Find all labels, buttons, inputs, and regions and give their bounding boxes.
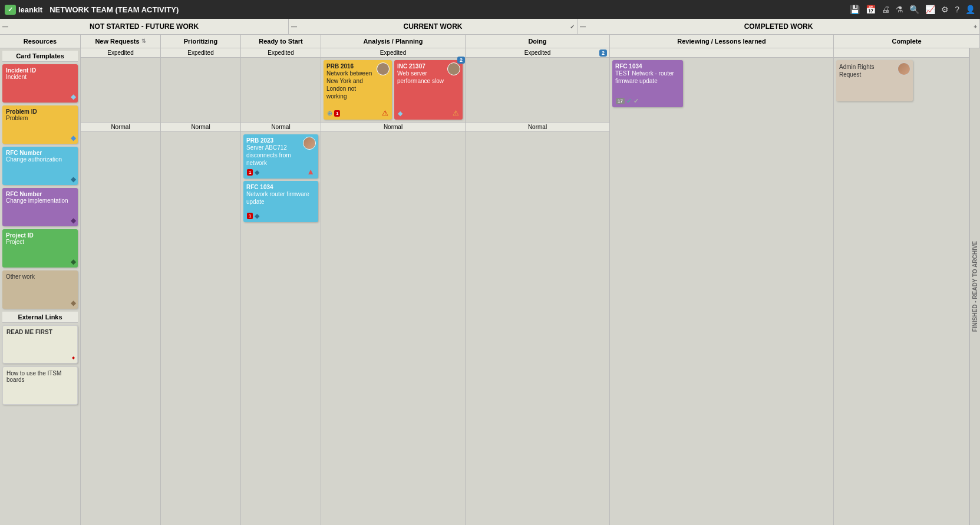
section-completed: — COMPLETED WORK + [578, 19, 980, 34]
help-icon[interactable]: ? [955, 5, 959, 14]
doing-expedited-area [466, 58, 609, 123]
ready-expedited-area [241, 58, 321, 123]
sort-icon-new[interactable]: ⇅ [141, 38, 146, 44]
new-requests-normal-area [81, 132, 160, 525]
ready-to-start-column: Expedited Normal PRB 2023 Server ABC712 … [241, 48, 321, 525]
page-title: NETWORK TEAM (TEAM ACTIVITY) [50, 5, 179, 14]
card-prb-2023[interactable]: PRB 2023 Server ABC712 disconnects from … [243, 134, 318, 179]
admin-avatar [897, 62, 910, 75]
collapse-completed[interactable]: — [580, 24, 586, 30]
read-me-title: READ ME FIRST [6, 329, 74, 335]
reviewing-column: RFC 1034 TEST Network - router firmware … [610, 48, 834, 525]
doing-expedited-header: Expedited 2 [466, 48, 609, 58]
prb2016-bottom-left: ⊕ 1 [327, 110, 340, 117]
read-me-card[interactable]: READ ME FIRST ⬥ [2, 325, 78, 364]
how-to-card[interactable]: How to use the ITSM boards [2, 366, 78, 405]
nav-icons: 💾 📅 🖨 ⚗ 🔍 📈 ⚙ ? 👤 [850, 5, 975, 14]
resource-card-problem[interactable]: Problem ID Problem ◆ [2, 105, 78, 144]
analysis-expedited-area: PRB 2016 Network between New York and Lo… [321, 58, 465, 123]
col-header-prioritizing: Prioritizing [161, 35, 241, 48]
new-requests-normal-label: Normal [81, 123, 160, 132]
print-icon[interactable]: 🖨 [882, 5, 890, 14]
new-requests-expedited-label: Expedited [81, 48, 160, 58]
new-requests-column: Expedited Normal [81, 48, 161, 525]
prb2023-badge: 1 [247, 169, 253, 176]
resource-card-rfc-impl[interactable]: RFC Number Change implementation ◆ [2, 188, 78, 226]
board-container: — NOT STARTED - FUTURE WORK — CURRENT WO… [0, 19, 980, 525]
project-diamond: ◆ [71, 257, 76, 266]
col-header-new-requests: New Requests ⇅ [81, 35, 161, 48]
prb2023-icons: 1 ◆ [247, 169, 259, 176]
card-rfc-1034-reviewing[interactable]: RFC 1034 TEST Network - router firmware … [612, 60, 683, 107]
rfc-auth-title: Change authorization [6, 156, 74, 163]
inc-diamond-icon: ◆ [398, 110, 402, 117]
resource-card-incident[interactable]: Incident ID Incident ◆ [2, 64, 78, 103]
project-title: Project [6, 239, 74, 245]
col-header-reviewing: Reviewing / Lessons learned [610, 35, 834, 48]
analysis-column: Expedited PRB 2016 Network between New Y… [321, 48, 466, 525]
collapse-not-started[interactable]: — [2, 24, 8, 30]
card-inc-21307[interactable]: INC 21307 Web server performance slow ◆ … [394, 60, 463, 120]
incident-diamond: ◆ [71, 93, 76, 101]
user-icon[interactable]: 👤 [965, 5, 975, 14]
rfc1034-rev-id: RFC 1034 [615, 63, 680, 70]
inc21307-diamond: ◆ [398, 110, 402, 117]
external-links-header: External Links [2, 312, 78, 323]
ready-expedited-label: Expedited [241, 48, 321, 58]
col-header-analysis: Analysis / Planning [321, 35, 466, 48]
prb2023-avatar [303, 137, 316, 150]
doing-normal-label: Normal [466, 123, 609, 132]
save-icon[interactable]: 💾 [850, 5, 860, 14]
card-prb-2016[interactable]: PRB 2016 Network between New York and Lo… [324, 60, 392, 120]
admin-avatar-img [898, 63, 910, 75]
inc-badge-blue: 2 [457, 57, 465, 64]
col-header-complete: Complete [834, 35, 980, 48]
incident-id-label: Incident ID [6, 67, 74, 74]
section-current: — CURRENT WORK ✓ [289, 19, 578, 34]
prb2016-badge: 1 [334, 110, 340, 117]
section-not-started: — NOT STARTED - FUTURE WORK [0, 19, 289, 34]
logo-icon: ✓ [5, 5, 16, 15]
expand-completed[interactable]: + [974, 24, 977, 30]
prioritizing-normal-area [161, 132, 240, 525]
rfc1034-ready-id: RFC 1034 [246, 184, 315, 190]
prioritizing-column: Expedited Normal [161, 48, 241, 525]
prioritizing-expedited-area [161, 58, 240, 123]
card-admin-rights[interactable]: Admin Rights Request [836, 60, 913, 101]
col-header-ready: Ready to Start [241, 35, 321, 48]
settings-icon[interactable]: ⚙ [941, 5, 949, 14]
arrow-up-icon: ▲ [306, 167, 315, 176]
chart-icon[interactable]: 📈 [925, 5, 935, 14]
how-to-title: How to use the ITSM boards [6, 370, 74, 383]
rfc-impl-title: Change implementation [6, 197, 74, 204]
check-current[interactable]: ✓ [570, 24, 575, 30]
doing-column: Expedited 2 Normal [466, 48, 610, 525]
board-scroll: Card Templates Incident ID Incident ◆ Pr… [0, 48, 980, 525]
other-work-label: Other work [6, 273, 74, 280]
rfc1034-icons: 1 ◆ [247, 212, 259, 220]
rfc1034-rev-title: TEST Network - router firmware update [615, 70, 680, 85]
card-rfc-1034-ready[interactable]: RFC 1034 Network router firmware update … [243, 181, 318, 222]
board-columns: Card Templates Incident ID Incident ◆ Pr… [0, 48, 980, 525]
warning-icon: ⚠ [382, 109, 388, 117]
column-headers: Resources New Requests ⇅ Prioritizing Re… [0, 35, 980, 48]
rfc1034-ready-title: Network router firmware update [246, 190, 315, 206]
complete-swimlane-label [834, 48, 969, 58]
resource-card-rfc-auth[interactable]: RFC Number Change authorization ◆ [2, 147, 78, 185]
resource-card-other[interactable]: Other work ◆ [2, 270, 78, 309]
problem-title: Problem [6, 115, 74, 121]
check-done-icon: ✔ [633, 97, 639, 105]
filter-icon[interactable]: ⚗ [896, 5, 903, 14]
logo[interactable]: ✓ leankit [5, 5, 42, 15]
calendar-icon[interactable]: 📅 [866, 5, 876, 14]
prb2016-plus: ⊕ [327, 110, 332, 117]
resource-card-project[interactable]: Project ID Project ◆ [2, 229, 78, 268]
rfc-auth-id-label: RFC Number [6, 150, 74, 156]
problem-diamond: ◆ [71, 134, 76, 142]
ready-normal-label: Normal [241, 123, 321, 132]
search-icon[interactable]: 🔍 [909, 5, 919, 14]
collapse-current[interactable]: — [291, 24, 297, 30]
col-header-doing: Doing [466, 35, 610, 48]
project-id-label: Project ID [6, 232, 74, 239]
prb2023-diamond: ◆ [255, 169, 259, 176]
